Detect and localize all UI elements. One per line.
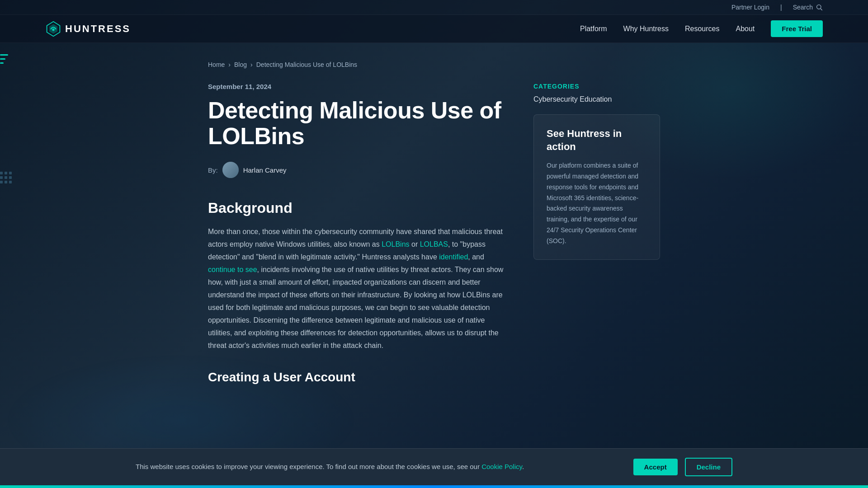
cookie-text: This website uses cookies to improve you… [136, 462, 615, 472]
bottom-bar [0, 485, 868, 488]
svg-line-1 [821, 9, 822, 10]
background-heading: Background [208, 200, 506, 216]
creating-heading: Creating a User Account [208, 370, 506, 385]
bg-text-3: , incidents involving the use of native … [208, 266, 503, 349]
sidebar-card-text: Our platform combines a suite of powerfu… [547, 160, 647, 246]
categories-label: Categories [533, 83, 660, 90]
search-icon [816, 4, 823, 11]
article-date: September 11, 2024 [208, 83, 506, 90]
breadcrumb: Home › Blog › Detecting Malicious Use of… [208, 61, 660, 68]
article-title: Detecting Malicious Use of LOLBins [208, 98, 506, 149]
author-line: By: Harlan Carvey [208, 162, 506, 178]
search-label: Search [793, 4, 813, 11]
author-label: By: [208, 166, 218, 174]
cookie-buttons: Accept Decline [633, 458, 732, 476]
author-name: Harlan Carvey [243, 166, 287, 174]
sidebar-categories: Categories Cybersecurity Education [533, 83, 660, 103]
article-sidebar: Categories Cybersecurity Education See H… [533, 83, 660, 260]
nav-resources[interactable]: Resources [685, 25, 719, 33]
top-bar-divider: | [780, 4, 782, 11]
breadcrumb-blog[interactable]: Blog [234, 61, 247, 68]
nav-platform[interactable]: Platform [580, 25, 607, 33]
cookie-period: . [522, 463, 524, 470]
article-layout: September 11, 2024 Detecting Malicious U… [208, 83, 660, 392]
left-squares [0, 172, 12, 183]
accept-button[interactable]: Accept [633, 459, 678, 475]
logo-text: HUNTRESS [65, 23, 131, 35]
svg-point-0 [817, 5, 821, 9]
huntress-logo-icon [45, 21, 61, 37]
cookie-banner: This website uses cookies to improve you… [0, 448, 868, 485]
category-cybersecurity[interactable]: Cybersecurity Education [533, 95, 660, 103]
free-trial-button[interactable]: Free Trial [771, 20, 823, 37]
top-bar: Partner Login | Search [0, 0, 868, 15]
breadcrumb-sep-2: › [250, 61, 253, 68]
lolbas-link[interactable]: LOLBAS [420, 240, 448, 248]
nav-why-huntress[interactable]: Why Huntress [623, 25, 669, 33]
nav-about[interactable]: About [736, 25, 755, 33]
logo[interactable]: HUNTRESS [45, 21, 131, 37]
or-text: or [410, 240, 420, 248]
breadcrumb-home[interactable]: Home [208, 61, 225, 68]
continue-link[interactable]: continue to see [208, 266, 257, 273]
cookie-message: This website uses cookies to improve you… [136, 463, 481, 470]
article-main: September 11, 2024 Detecting Malicious U… [208, 83, 506, 392]
breadcrumb-current: Detecting Malicious Use of LOLBins [256, 61, 357, 68]
svg-point-4 [52, 28, 54, 31]
partner-login-link[interactable]: Partner Login [731, 4, 769, 11]
author-avatar [222, 162, 239, 178]
navbar: HUNTRESS Platform Why Huntress Resources… [0, 15, 868, 43]
background-paragraph: More than once, those within the cyberse… [208, 225, 506, 352]
nav-links: Platform Why Huntress Resources About Fr… [580, 20, 823, 37]
lolbins-link[interactable]: LOLBins [382, 240, 409, 248]
content-wrapper: Home › Blog › Detecting Malicious Use of… [163, 43, 705, 419]
sidebar-card: See Huntress in action Our platform comb… [533, 114, 660, 260]
sidebar-card-title: See Huntress in action [547, 127, 647, 153]
left-decoration [0, 54, 9, 66]
breadcrumb-sep-1: › [228, 61, 231, 68]
decline-button[interactable]: Decline [685, 458, 732, 476]
identified-link[interactable]: identified [439, 253, 468, 261]
and-text: , and [468, 253, 484, 261]
search-button[interactable]: Search [793, 4, 823, 11]
cookie-policy-link[interactable]: Cookie Policy [481, 463, 522, 470]
